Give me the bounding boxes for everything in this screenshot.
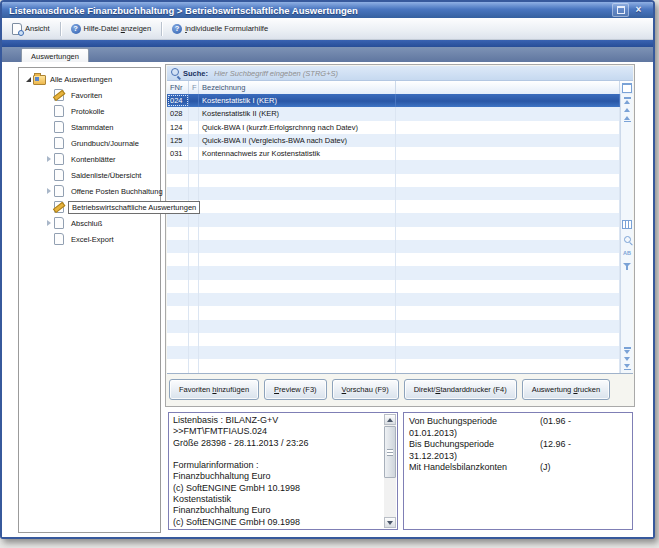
vorschau-button[interactable]: Vorschau (F9) bbox=[332, 379, 399, 400]
zoom-icon[interactable] bbox=[624, 236, 631, 243]
table-row-empty bbox=[167, 227, 620, 240]
restore-window-button[interactable] bbox=[612, 3, 629, 17]
scroll-top-icon[interactable] bbox=[624, 97, 631, 104]
column-header-f[interactable]: F bbox=[189, 81, 199, 94]
search-input[interactable] bbox=[212, 68, 629, 79]
ansicht-button[interactable]: Ansicht bbox=[6, 21, 56, 37]
document-icon bbox=[54, 169, 64, 181]
cell-bezeichnung bbox=[199, 346, 396, 359]
table-row[interactable]: 124 Quick-BWA I (kurzfr.Erfolgsrchnng na… bbox=[167, 121, 620, 134]
form-info-panel: Listenbasis : BILANZ-G+V>>FMT\FMTFIAUS.0… bbox=[168, 412, 398, 530]
columns-icon[interactable] bbox=[622, 220, 632, 229]
table-row[interactable]: 125 Quick-BWA II (Vergleichs-BWA nach Da… bbox=[167, 134, 620, 147]
cell-bezeichnung: Quick-BWA I (kurzfr.Erfolgsrchnng nach D… bbox=[199, 121, 396, 134]
page-down-icon[interactable] bbox=[624, 347, 631, 354]
table-row-empty bbox=[167, 160, 620, 173]
expander-icon[interactable] bbox=[44, 156, 54, 162]
filter-icon[interactable] bbox=[623, 263, 631, 267]
tree-item-selected[interactable]: Betriebswirtschaftliche Auswertungen bbox=[19, 199, 160, 215]
parameter-label: Von Buchungsperiode bbox=[409, 416, 540, 428]
cell-empty bbox=[396, 134, 620, 147]
info-line: Listenbasis : BILANZ-G+V bbox=[173, 415, 381, 426]
scrollbar-down-button[interactable] bbox=[384, 517, 396, 528]
direkt-standarddrucker-button[interactable]: Direkt/Standarddrucker (F4) bbox=[404, 379, 517, 400]
tree-item[interactable]: Saldenliste/Übersicht bbox=[19, 167, 160, 183]
tree-item[interactable]: Protokolle bbox=[19, 103, 160, 119]
scroll-bottom-icon[interactable] bbox=[624, 364, 631, 371]
thumb-grip-icon bbox=[387, 449, 393, 456]
app-window: Listenausdrucke Finanzbuchhaltung > Betr… bbox=[0, 0, 655, 539]
tree-item[interactable]: Alle Auswertungen bbox=[19, 71, 160, 87]
tab-auswertungen[interactable]: Auswertungen bbox=[21, 48, 89, 63]
scrollbar-up-button[interactable] bbox=[384, 414, 396, 425]
cell-fnr bbox=[167, 227, 189, 240]
tree-item-label: Excel-Export bbox=[68, 234, 117, 245]
info-line: (c) SoftENGINE GmbH 10.1998 bbox=[173, 483, 381, 494]
cell-fnr: 125 bbox=[167, 134, 189, 147]
info-line: Finanzbuchhaltung Euro bbox=[173, 505, 381, 516]
cell-f bbox=[189, 134, 199, 147]
tree-item[interactable]: Excel-Export bbox=[19, 231, 160, 247]
toolbar-separator bbox=[161, 22, 162, 36]
parameter-label: Mit Handelsbilanzkonten bbox=[409, 462, 540, 474]
cell-bezeichnung bbox=[199, 213, 396, 226]
cell-f bbox=[189, 266, 199, 279]
hilfe-datei-button[interactable]: Hilfe-Datei anzeigen bbox=[65, 22, 158, 36]
scroll-up-icon[interactable] bbox=[624, 108, 630, 112]
tree: Alle Auswertungen Favoriten Protokolle S… bbox=[19, 71, 160, 247]
scroll-down-icon[interactable] bbox=[624, 357, 630, 361]
tree-item[interactable]: Favoriten bbox=[19, 87, 160, 103]
formularhilfe-button[interactable]: individuelle Formularhilfe bbox=[166, 22, 274, 36]
cell-f bbox=[189, 147, 199, 160]
tree-item[interactable]: Stammdaten bbox=[19, 119, 160, 135]
cell-empty bbox=[396, 346, 620, 359]
column-header-empty[interactable] bbox=[396, 81, 620, 94]
cell-f bbox=[189, 280, 199, 293]
tree-item-label: Favoriten bbox=[68, 90, 105, 101]
column-header-fnr[interactable]: FNr bbox=[167, 81, 189, 94]
column-header-bezeichnung[interactable]: Bezeichnung bbox=[199, 81, 396, 94]
cell-fnr bbox=[167, 333, 189, 346]
screen: Listenausdrucke Finanzbuchhaltung > Betr… bbox=[0, 0, 659, 548]
cell-bezeichnung bbox=[199, 293, 396, 306]
tree-item[interactable]: Offene Posten Buchhaltung bbox=[19, 183, 160, 199]
info-left-text: Listenbasis : BILANZ-G+V>>FMT\FMTFIAUS.0… bbox=[173, 415, 381, 529]
cell-empty bbox=[396, 227, 620, 240]
favoriten-hinzufuegen-button[interactable]: Favoriten hinzufügen bbox=[169, 379, 259, 400]
cell-empty bbox=[396, 174, 620, 187]
table-row-selected[interactable]: 024 Kostenstatistik I (KER) bbox=[167, 94, 620, 107]
info-line: Größe 28398 - 28.11.2013 / 23:26 bbox=[173, 438, 381, 449]
search-icon bbox=[171, 68, 179, 76]
cell-f bbox=[189, 107, 199, 120]
parameter-value: (J) bbox=[540, 462, 551, 472]
preview-button[interactable]: Preview (F3) bbox=[264, 379, 327, 400]
info-line: Finanzbuchhaltung Euro bbox=[173, 471, 381, 482]
table-row[interactable]: 028 Kostenstatistik II (KER) bbox=[167, 107, 620, 120]
tree-item[interactable]: Kontenblätter bbox=[19, 151, 160, 167]
auswertung-drucken-button[interactable]: Auswertung drucken bbox=[522, 379, 610, 400]
cell-bezeichnung: Kostenstatistik II (KER) bbox=[199, 107, 396, 120]
close-window-button[interactable]: × bbox=[631, 4, 646, 16]
document-icon bbox=[54, 105, 64, 117]
expander-icon[interactable] bbox=[44, 188, 54, 194]
scrollbar-thumb[interactable] bbox=[384, 426, 396, 478]
cell-empty bbox=[396, 107, 620, 120]
tree-item[interactable]: Abschluß bbox=[19, 215, 160, 231]
page-up-icon[interactable] bbox=[624, 116, 631, 123]
cell-empty bbox=[396, 160, 620, 173]
expander-icon[interactable] bbox=[44, 220, 54, 226]
cell-bezeichnung bbox=[199, 253, 396, 266]
table-row-empty bbox=[167, 320, 620, 333]
tree-item-label: Offene Posten Buchhaltung bbox=[68, 186, 166, 197]
sort-icon[interactable] bbox=[623, 250, 631, 256]
parameter-row: Bis Buchungsperiode(12.96 - 31.12.2013) bbox=[409, 439, 610, 462]
info-scrollbar[interactable] bbox=[384, 414, 396, 528]
grid-header-row: FNr F Bezeichnung bbox=[167, 81, 633, 95]
table-row[interactable]: 031 Kontennachweis zur Kostenstatistik bbox=[167, 147, 620, 160]
help-icon bbox=[172, 24, 182, 34]
tree-item[interactable]: Grundbuch/Journale bbox=[19, 135, 160, 151]
expander-icon[interactable] bbox=[23, 77, 33, 82]
column-chooser-button[interactable] bbox=[620, 81, 633, 94]
tree-item-label: Kontenblätter bbox=[68, 154, 119, 165]
toolbar-separator bbox=[60, 22, 61, 36]
